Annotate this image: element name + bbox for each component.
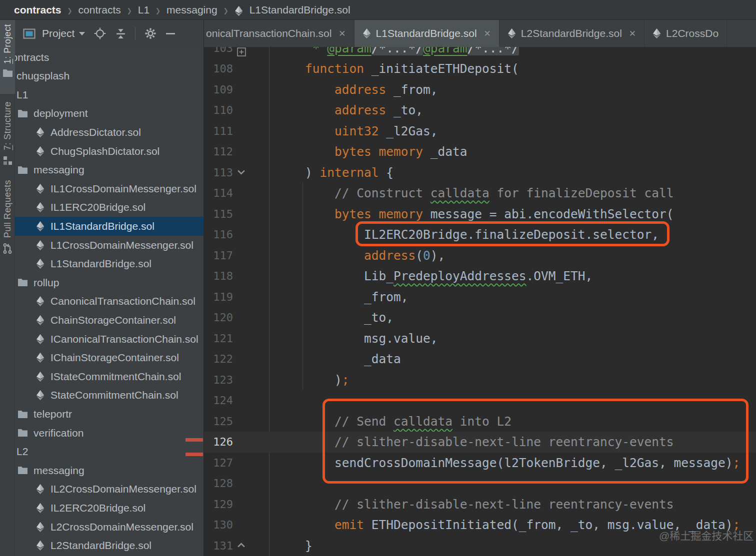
code-text: // slither-disable-next-line reentrancy-… xyxy=(276,494,674,515)
line-number: 113 xyxy=(208,162,233,183)
breadcrumb-item[interactable]: L1 xyxy=(138,4,150,16)
close-icon[interactable]: ✕ xyxy=(484,28,491,39)
tree-item-canonicaltransactionchain-sol[interactable]: CanonicalTransactionChain.sol xyxy=(15,292,204,311)
editor-tab-l1standardbridge-sol[interactable]: L1StandardBridge.sol✕ xyxy=(354,20,500,47)
code-line-119[interactable]: 119 _from, xyxy=(204,287,756,308)
editor-tab-l2crossdo[interactable]: L2CrossDo xyxy=(644,20,727,47)
code-text: * @param/*...*/@param/*...*/ xyxy=(276,47,519,58)
breadcrumb-item[interactable]: contracts xyxy=(78,4,121,16)
project-tree: contractschugsplashL1deploymentAddressDi… xyxy=(15,47,204,556)
code-line-122[interactable]: 122 _data xyxy=(204,349,756,370)
breadcrumb-separator: › xyxy=(128,0,132,19)
line-number: 110 xyxy=(208,100,233,121)
code-text: ) internal { xyxy=(276,162,394,183)
line-number: 108 xyxy=(208,58,233,79)
tree-item-label: ICanonicalTransactionChain.sol xyxy=(50,333,198,345)
code-text: _to, xyxy=(276,307,394,328)
code-line-114[interactable]: 114 // Construct calldata for finalizeDe… xyxy=(204,183,756,204)
fold-marker-icon[interactable] xyxy=(237,542,246,551)
tool-window-label: 7: Structure xyxy=(2,101,13,150)
ethereum-file-icon xyxy=(362,28,371,38)
locate-file-icon[interactable] xyxy=(94,27,106,40)
project-panel-header: Project xyxy=(15,20,204,47)
tree-item-ichainstoragecontainer-sol[interactable]: IChainStorageContainer.sol xyxy=(15,348,204,367)
code-line-110[interactable]: 110 address _to, xyxy=(204,100,756,121)
tree-item-label: IStateCommitmentChain.sol xyxy=(50,371,181,383)
structure-icon xyxy=(2,155,12,167)
code-line-112[interactable]: 112 bytes memory _data xyxy=(204,141,756,162)
code-line-108[interactable]: 108 function _initiateETHDeposit( xyxy=(204,58,756,79)
tree-item-label: IChainStorageContainer.sol xyxy=(50,352,179,364)
ethereum-file-icon xyxy=(508,28,516,38)
code-line-113[interactable]: 113 ) internal { xyxy=(204,162,756,183)
tool-window-rail: 1: Project7: StructurePull Requests xyxy=(0,20,15,556)
tree-item-chugsplash[interactable]: chugsplash xyxy=(15,66,204,85)
breadcrumb-item[interactable]: contracts xyxy=(14,4,62,16)
tree-item-l2crossdomainmessenger-sol[interactable]: L2CrossDomainMessenger.sol xyxy=(15,518,204,537)
tool-window-button-1-project[interactable]: 1: Project xyxy=(0,20,15,94)
line-number: 126 xyxy=(208,432,233,453)
ethereum-file-icon xyxy=(36,240,44,250)
code-line-109[interactable]: 109 address _from, xyxy=(204,79,756,100)
tree-item-il2erc20bridge-sol[interactable]: IL2ERC20Bridge.sol xyxy=(15,499,204,518)
tree-item-addressdictator-sol[interactable]: AddressDictator.sol xyxy=(15,123,204,142)
tree-item-il1erc20bridge-sol[interactable]: IL1ERC20Bridge.sol xyxy=(15,198,204,217)
tree-item-il1crossdomainmessenger-sol[interactable]: IL1CrossDomainMessenger.sol xyxy=(15,179,204,198)
editor-tab-l2standardbridge-sol[interactable]: L2StandardBridge.sol✕ xyxy=(500,20,644,47)
tree-item-deployment[interactable]: deployment xyxy=(15,104,204,123)
tool-window-button-pull-requests[interactable]: Pull Requests xyxy=(0,176,15,294)
ethereum-file-icon xyxy=(36,484,44,494)
tree-item-l2[interactable]: L2 xyxy=(15,442,204,461)
tree-item-statecommitmentchain-sol[interactable]: StateCommitmentChain.sol xyxy=(15,386,204,405)
tree-item-chainstoragecontainer-sol[interactable]: ChainStorageContainer.sol xyxy=(15,311,204,330)
hide-panel-icon[interactable] xyxy=(166,27,176,39)
code-line-129[interactable]: 129 // slither-disable-next-line reentra… xyxy=(204,494,756,515)
tree-item-icanonicaltransactionchain-sol[interactable]: ICanonicalTransactionChain.sol xyxy=(15,330,204,349)
chevron-down-icon[interactable] xyxy=(79,32,85,35)
code-line-111[interactable]: 111 uint32 _l2Gas, xyxy=(204,121,756,142)
code-line-118[interactable]: 118 Lib_PredeployAddresses.OVM_ETH, xyxy=(204,266,756,287)
tree-item-verification[interactable]: verification xyxy=(15,424,204,443)
tree-item-teleportr[interactable]: teleportr xyxy=(15,405,204,424)
breadcrumb-item[interactable]: messaging xyxy=(166,4,218,16)
tree-item-messaging[interactable]: messaging xyxy=(15,160,204,179)
code-line-120[interactable]: 120 _to, xyxy=(204,307,756,328)
tree-item-label: L2 xyxy=(16,446,28,458)
line-number: 124 xyxy=(208,390,233,411)
fold-marker-icon[interactable] xyxy=(237,168,246,178)
settings-gear-icon[interactable] xyxy=(144,27,157,40)
tree-item-contracts[interactable]: contracts xyxy=(15,48,204,67)
tree-item-rollup[interactable]: rollup xyxy=(15,273,204,292)
folder-icon xyxy=(2,69,13,79)
tree-item-label: ChainStorageContainer.sol xyxy=(50,314,176,326)
tree-item-l2standardbridge-sol[interactable]: L2StandardBridge.sol xyxy=(15,536,204,555)
close-icon[interactable]: ✕ xyxy=(629,28,636,39)
ethereum-file-icon xyxy=(36,390,44,400)
code-text: address _to, xyxy=(276,100,423,121)
tree-item-il2crossdomainmessenger-sol[interactable]: IL2CrossDomainMessenger.sol xyxy=(15,480,204,499)
tree-item-l1crossdomainmessenger-sol[interactable]: L1CrossDomainMessenger.sol xyxy=(15,236,204,255)
tree-item-l1standardbridge-sol[interactable]: L1StandardBridge.sol xyxy=(15,254,204,273)
code-line-123[interactable]: 123 ); xyxy=(204,370,756,391)
tree-item-istatecommitmentchain-sol[interactable]: IStateCommitmentChain.sol xyxy=(15,367,204,386)
ethereum-file-icon xyxy=(36,353,44,363)
folder-icon xyxy=(18,166,28,174)
tree-item-chugsplashdictator-sol[interactable]: ChugSplashDictator.sol xyxy=(15,142,204,161)
tree-item-label: chugsplash xyxy=(16,70,70,82)
code-line-117[interactable]: 117 address(0), xyxy=(204,245,756,266)
code-line-103[interactable]: 103 * @param/*...*/@param/*...*/ xyxy=(204,47,756,58)
tree-item-label: L1StandardBridge.sol xyxy=(50,258,152,270)
tool-window-button-7-structure[interactable]: 7: Structure xyxy=(0,97,15,168)
close-icon[interactable]: ✕ xyxy=(338,28,346,39)
tree-item-label: teleportr xyxy=(34,408,72,420)
breadcrumb-item[interactable]: L1StandardBridge.sol xyxy=(250,4,350,16)
project-panel-title[interactable]: Project xyxy=(42,27,74,39)
ethereum-file-icon xyxy=(36,315,44,325)
code-line-121[interactable]: 121 msg.value, xyxy=(204,328,756,349)
collapse-all-icon[interactable] xyxy=(115,27,126,40)
tree-item-l1[interactable]: L1 xyxy=(15,85,204,104)
editor-tab-onicaltransactionchain-sol[interactable]: onicalTransactionChain.sol✕ xyxy=(204,20,354,47)
tree-item-messaging[interactable]: messaging xyxy=(15,461,204,480)
fold-expand-icon[interactable] xyxy=(237,47,246,58)
tree-item-il1standardbridge-sol[interactable]: IL1StandardBridge.sol xyxy=(15,217,204,236)
